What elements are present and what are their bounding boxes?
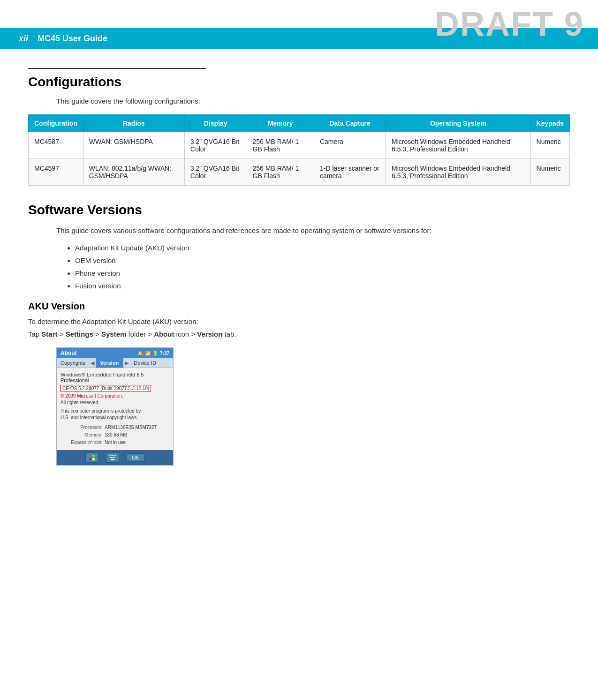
instruction-about: About	[154, 330, 174, 338]
memory-value: 180.68 MB	[105, 431, 127, 439]
tab-device-id[interactable]: Device ID	[130, 358, 160, 368]
svg-rect-4	[109, 455, 110, 456]
configurations-intro: This guide covers the following configur…	[56, 97, 570, 105]
device-spec-memory: Memory: 180.68 MB	[61, 431, 169, 439]
svg-rect-7	[114, 455, 114, 456]
row2-os: Microsoft Windows Embedded Handheld 6.5.…	[386, 159, 530, 186]
svg-rect-10	[112, 457, 113, 458]
device-titlebar-icons: 🔔 📶 🔋 7:37	[137, 351, 169, 356]
expansion-label: Expansion slot:	[61, 439, 103, 446]
svg-rect-1	[92, 455, 95, 457]
processor-value: ARM1136EJS MSM7227	[105, 424, 157, 431]
svg-rect-0	[89, 455, 91, 457]
list-item: Adaptation Kit Update (AKU) version	[75, 244, 570, 252]
col-header-configuration: Configuration	[29, 115, 83, 132]
tab-copyrights[interactable]: Copyrights	[57, 358, 89, 368]
aku-description: To determine the Adaptation Kit Update (…	[28, 317, 570, 325]
configuration-table: Configuration Radios Display Memory Data…	[28, 114, 570, 186]
software-versions-section: Software Versions This guide covers vari…	[28, 203, 570, 290]
device-spec-expansion: Expansion slot: Not in use	[61, 439, 169, 446]
col-header-os: Operating System	[386, 115, 530, 132]
svg-rect-6	[112, 455, 113, 456]
svg-rect-3	[92, 458, 95, 460]
row2-radios: WLAN: 802.11a/b/g WWAN: GSM/HSDPA	[83, 159, 184, 186]
memory-label: Memory:	[61, 431, 103, 439]
row2-configuration: MC4597	[29, 159, 83, 186]
aku-instruction: Tap Start > Settings > System folder > A…	[28, 330, 570, 338]
aku-version-section: AKU Version To determine the Adaptation …	[28, 301, 570, 466]
row1-configuration: MC4587	[29, 132, 83, 159]
row1-data-capture: Camera	[314, 132, 386, 159]
device-ce-badge: CE OS 5.2.29077 (Build 29077.5.3.12.10)	[61, 385, 151, 392]
start-button[interactable]	[85, 452, 98, 463]
instruction-system: System	[101, 330, 126, 338]
device-description: This computer program is protected by U.…	[61, 408, 169, 421]
section-divider	[28, 68, 206, 69]
svg-rect-12	[114, 457, 115, 458]
svg-rect-9	[110, 457, 111, 458]
device-title-text: About	[61, 350, 77, 356]
aku-version-title: AKU Version	[28, 301, 570, 312]
svg-rect-8	[115, 455, 116, 456]
col-header-display: Display	[184, 115, 247, 132]
expansion-value: Not in use	[105, 439, 126, 446]
software-versions-intro: This guide covers various software confi…	[56, 225, 570, 236]
svg-rect-2	[89, 458, 91, 460]
tab-arrow-right: ▶	[123, 360, 130, 366]
row2-memory: 256 MB RAM/ 1 GB Flash	[247, 159, 314, 186]
svg-rect-13	[111, 459, 114, 460]
software-versions-title: Software Versions	[28, 203, 570, 218]
processor-label: Processor:	[61, 424, 103, 431]
svg-rect-11	[113, 457, 114, 458]
row1-memory: 256 MB RAM/ 1 GB Flash	[247, 132, 314, 159]
instruction-version: Version	[197, 330, 222, 338]
list-item: OEM version	[75, 256, 570, 264]
device-tabs: Copyrights ◀ Version ▶ Device ID	[57, 358, 173, 368]
device-copyright: © 2009 Microsoft Corporation.	[61, 393, 169, 399]
tab-arrow-left: ◀	[89, 360, 96, 366]
device-time: 7:37	[160, 351, 169, 356]
tab-version-active[interactable]: Version	[96, 358, 124, 368]
instruction-start: Start	[41, 330, 57, 338]
instruction-settings: Settings	[66, 330, 93, 338]
table-row: MC4587 WWAN: GSM/HSDPA 3.2” QVGA16 Bit C…	[29, 132, 570, 159]
col-header-keypads: Keypads	[530, 115, 569, 132]
device-screenshot: About 🔔 📶 🔋 7:37 Copyrights ◀ Version ▶ …	[56, 347, 174, 466]
row2-display: 3.2” QVGA16 Bit Color	[184, 159, 247, 186]
configurations-title: Configurations	[28, 75, 570, 90]
list-item: Phone version	[75, 269, 570, 277]
row2-keypads: Numeric	[530, 159, 569, 186]
col-header-radios: Radios	[83, 115, 184, 132]
svg-rect-5	[111, 455, 112, 456]
row1-display: 3.2” QVGA16 Bit Color	[184, 132, 247, 159]
nav-title: MC45 User Guide	[38, 34, 107, 44]
col-header-data-capture: Data Capture	[314, 115, 386, 132]
device-spec-processor: Processor: ARM1136EJS MSM7227	[61, 424, 169, 431]
page-number: xii	[19, 34, 28, 44]
device-os-title: Windows® Embedded Handheld 6.5 Professio…	[61, 372, 169, 383]
device-specs: Processor: ARM1136EJS MSM7227 Memory: 18…	[61, 424, 169, 446]
device-taskbar: OK	[57, 450, 173, 465]
software-versions-list: Adaptation Kit Update (AKU) version OEM …	[75, 244, 570, 290]
ok-button[interactable]: OK	[127, 453, 144, 462]
row1-radios: WWAN: GSM/HSDPA	[83, 132, 184, 159]
col-header-memory: Memory	[247, 115, 314, 132]
draft-watermark: DRAFT 9	[421, 0, 598, 48]
list-item: Fusion version	[75, 282, 570, 290]
device-body: Windows® Embedded Handheld 6.5 Professio…	[57, 368, 173, 450]
row1-os: Microsoft Windows Embedded Handheld 6.5.…	[386, 132, 530, 159]
device-rights: All rights reserved.	[61, 400, 169, 405]
keyboard-button[interactable]	[106, 452, 119, 463]
device-titlebar: About 🔔 📶 🔋 7:37	[57, 348, 173, 358]
main-content: Configurations This guide covers the fol…	[0, 49, 598, 494]
row1-keypads: Numeric	[530, 132, 569, 159]
table-row: MC4597 WLAN: 802.11a/b/g WWAN: GSM/HSDPA…	[29, 159, 570, 186]
row2-data-capture: 1-D laser scanner or camera	[314, 159, 386, 186]
